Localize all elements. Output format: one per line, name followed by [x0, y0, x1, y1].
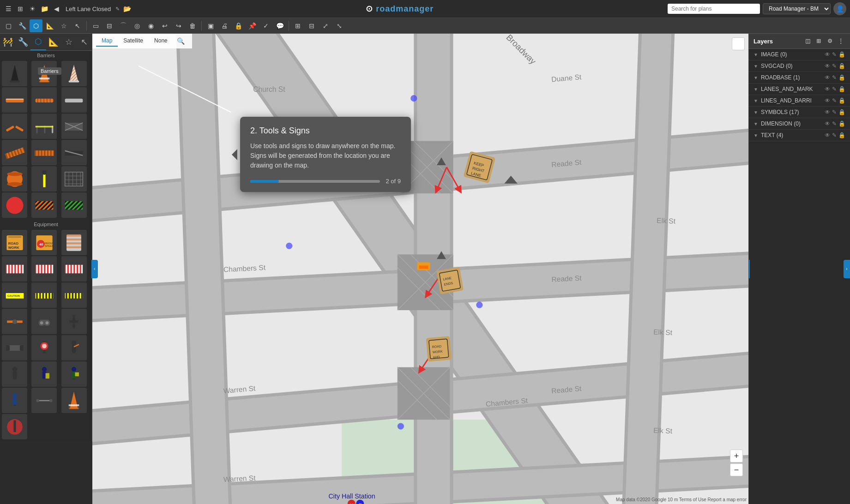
layer-visibility-text[interactable]: 👁: [825, 132, 830, 138]
map-tab-satellite[interactable]: Satellite: [118, 36, 149, 47]
layer-toggle-symbols[interactable]: ▼: [754, 110, 758, 115]
layer-toggle-lines[interactable]: ▼: [754, 98, 758, 103]
equip-item-14[interactable]: [31, 335, 57, 360]
barrier-item-10[interactable]: [2, 140, 27, 165]
barrier-item-13[interactable]: [2, 166, 27, 192]
zoom-out-button[interactable]: −: [730, 463, 743, 476]
layer-edit-roadbase[interactable]: ✎: [832, 74, 837, 81]
layers-settings[interactable]: ⚙: [825, 36, 834, 46]
layer-toggle-svgcad[interactable]: ▼: [754, 64, 758, 69]
tab-star[interactable]: ☆: [61, 34, 77, 50]
layers-collapse-all[interactable]: ◫: [803, 36, 812, 46]
barrier-item-16[interactable]: [2, 192, 27, 218]
map-tab-none[interactable]: None: [149, 36, 173, 47]
tool-shapes[interactable]: ⬡: [30, 19, 42, 32]
tool-line[interactable]: ⊟: [103, 19, 116, 32]
equip-item-10[interactable]: [2, 309, 27, 334]
layer-visibility-svgcad[interactable]: 👁: [825, 63, 830, 69]
tool-measure[interactable]: 📐: [43, 19, 56, 32]
equip-item-4[interactable]: [2, 256, 27, 282]
equip-item-18[interactable]: [61, 361, 87, 387]
collapse-right-panel-button[interactable]: ›: [748, 260, 750, 278]
equip-item-9[interactable]: [61, 282, 87, 308]
equip-item-20[interactable]: [31, 388, 57, 413]
layer-lock-roadbase[interactable]: 🔒: [838, 74, 845, 81]
tool-frame[interactable]: ▣: [204, 19, 217, 32]
barrier-item-17[interactable]: [31, 192, 57, 218]
barrier-item-14[interactable]: [31, 166, 57, 192]
plan-select-dropdown[interactable]: Road Manager - BM: [763, 3, 831, 14]
barrier-item-1[interactable]: [2, 61, 27, 86]
equip-item-22[interactable]: [2, 414, 27, 439]
tool-circle[interactable]: ◉: [145, 19, 157, 32]
tool-lock[interactable]: 🔒: [232, 19, 245, 32]
tool-pin[interactable]: 📌: [246, 19, 259, 32]
tool-cursor[interactable]: ↖: [71, 19, 84, 32]
equip-item-12[interactable]: [61, 309, 87, 334]
layer-edit-svgcad[interactable]: ✎: [832, 63, 837, 69]
layer-edit-image[interactable]: ✎: [832, 51, 837, 58]
layer-edit-lines[interactable]: ✎: [832, 97, 837, 104]
barrier-item-5[interactable]: [31, 87, 57, 113]
map-expand-button[interactable]: ⤢: [732, 37, 745, 50]
equip-item-19[interactable]: [2, 388, 27, 413]
tool-delete[interactable]: 🗑: [186, 19, 199, 32]
tool-redo[interactable]: ↪: [172, 19, 185, 32]
hamburger-icon[interactable]: ☰: [4, 4, 13, 13]
layer-lock-dimension[interactable]: 🔒: [838, 120, 845, 127]
barrier-item-8[interactable]: [31, 114, 57, 139]
tab-delineators[interactable]: 🚧: [0, 34, 15, 50]
layer-lock-lanes[interactable]: 🔒: [838, 86, 845, 92]
equip-item-21[interactable]: [61, 388, 87, 413]
tool-select[interactable]: ▢: [2, 19, 15, 32]
folder-icon[interactable]: 📁: [40, 4, 49, 13]
layer-edit-lanes[interactable]: ✎: [832, 86, 837, 92]
barrier-item-18[interactable]: [61, 192, 87, 218]
barrier-item-7[interactable]: [2, 114, 27, 139]
layer-lock-symbols[interactable]: 🔒: [838, 109, 845, 115]
search-plans-input[interactable]: [668, 4, 760, 14]
tool-poly[interactable]: ◎: [131, 19, 144, 32]
equip-item-3[interactable]: [61, 230, 87, 255]
equip-item-15[interactable]: [61, 335, 87, 360]
barrier-item-9[interactable]: [61, 114, 87, 139]
barrier-item-12[interactable]: [61, 140, 87, 165]
layer-visibility-lanes[interactable]: 👁: [825, 86, 830, 92]
layer-visibility-symbols[interactable]: 👁: [825, 109, 830, 115]
tool-undo[interactable]: ↩: [158, 19, 171, 32]
edit-plan-name-icon[interactable]: ✎: [115, 6, 120, 12]
user-avatar[interactable]: 👤: [833, 2, 846, 15]
tool-print[interactable]: 🖨: [218, 19, 231, 32]
layer-lock-image[interactable]: 🔒: [838, 51, 845, 58]
tab-measure[interactable]: 📐: [46, 34, 61, 50]
back-icon[interactable]: ◀: [52, 4, 61, 13]
equip-item-11[interactable]: [31, 309, 57, 334]
zoom-in-button[interactable]: +: [730, 450, 743, 462]
layer-toggle-image[interactable]: ▼: [754, 52, 758, 57]
doc-icon[interactable]: 📂: [122, 4, 132, 13]
tool-layers[interactable]: ⊟: [305, 19, 318, 32]
barrier-item-15[interactable]: [61, 166, 87, 192]
tool-rect[interactable]: ▭: [89, 19, 102, 32]
map-area[interactable]: Map Satellite None 🔍 ⤢: [92, 34, 748, 504]
tab-barriers[interactable]: ⬡: [30, 34, 46, 50]
sun-icon[interactable]: ☀: [28, 4, 37, 13]
tool-curve[interactable]: ⌒: [117, 19, 130, 32]
barrier-item-6[interactable]: [61, 87, 87, 113]
layer-visibility-image[interactable]: 👁: [825, 51, 830, 58]
layer-toggle-roadbase[interactable]: ▼: [754, 75, 758, 80]
equip-item-16[interactable]: [2, 361, 27, 387]
layer-toggle-lanes[interactable]: ▼: [754, 87, 758, 92]
equip-item-8[interactable]: [31, 282, 57, 308]
layer-lock-lines[interactable]: 🔒: [838, 97, 845, 104]
barrier-item-11[interactable]: [31, 140, 57, 165]
equip-item-1[interactable]: ROADWORK: [2, 230, 27, 255]
tool-expand2[interactable]: ⤡: [333, 19, 346, 32]
tool-expand1[interactable]: ⤢: [319, 19, 332, 32]
map-search-button[interactable]: 🔍: [173, 36, 188, 47]
tab-tools[interactable]: 🔧: [15, 34, 30, 50]
layer-visibility-roadbase[interactable]: 👁: [825, 74, 830, 81]
map-tab-map[interactable]: Map: [96, 36, 118, 47]
tool-comment[interactable]: 💬: [273, 19, 286, 32]
equip-item-2[interactable]: 40REDUCESPEED: [31, 230, 57, 255]
